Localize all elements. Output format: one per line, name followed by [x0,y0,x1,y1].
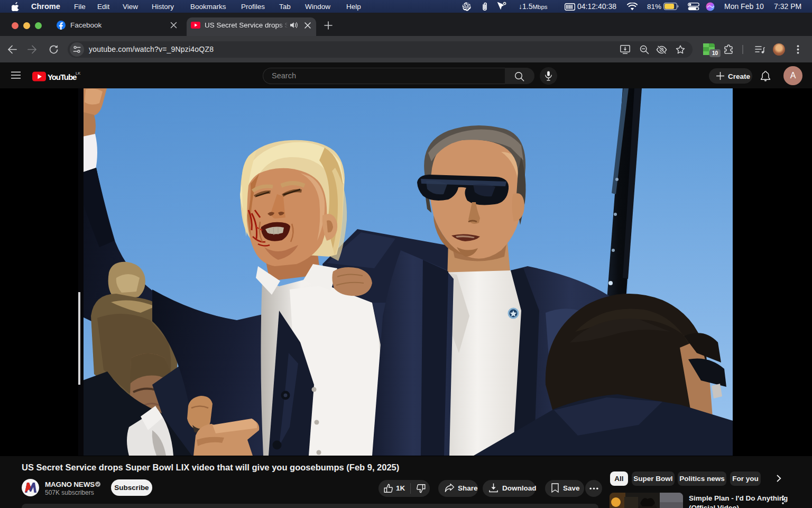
svg-text:LK: LK [76,71,80,76]
svg-text:YouTube: YouTube [48,72,77,81]
